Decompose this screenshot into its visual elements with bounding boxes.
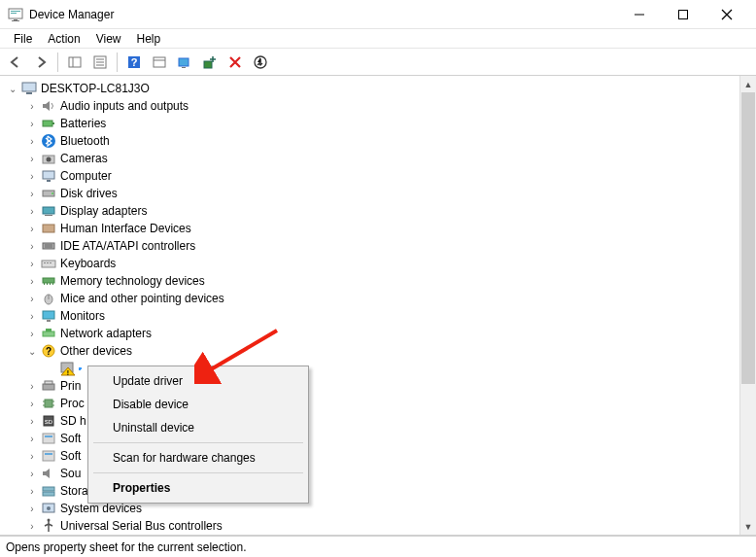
context-menu-scan-hardware[interactable]: Scan for hardware changes — [91, 446, 305, 470]
chevron-down-icon[interactable]: ⌄ — [25, 344, 39, 358]
tree-category-mice[interactable]: › Mice and other pointing devices — [4, 290, 739, 307]
svg-rect-36 — [43, 225, 54, 232]
minimize-button[interactable] — [617, 0, 661, 28]
scroll-up-arrow-icon[interactable]: ▲ — [740, 76, 756, 92]
chevron-right-icon[interactable]: › — [25, 169, 39, 183]
tree-category-bluetooth[interactable]: › Bluetooth — [4, 132, 739, 150]
tree-category-computer[interactable]: › Computer — [4, 167, 739, 185]
chevron-right-icon[interactable]: › — [25, 432, 39, 445]
menu-file[interactable]: File — [6, 30, 40, 48]
svg-point-75 — [47, 506, 51, 510]
context-menu-update-driver[interactable]: Update driver — [91, 369, 305, 393]
tree-label: Audio inputs and outputs — [60, 99, 189, 113]
chevron-right-icon[interactable]: › — [25, 134, 39, 148]
context-menu-disable-device[interactable]: Disable device — [91, 393, 305, 416]
add-legacy-button[interactable] — [198, 52, 222, 73]
svg-rect-42 — [47, 262, 49, 263]
tree-category-disk-drives[interactable]: › Disk drives — [4, 185, 739, 202]
svg-rect-52 — [47, 320, 51, 322]
svg-rect-25 — [43, 121, 52, 126]
maximize-button[interactable] — [661, 0, 704, 28]
tree-root[interactable]: ⌄ DESKTOP-LC81J3O — [4, 80, 739, 97]
svg-rect-35 — [45, 215, 52, 216]
chevron-right-icon[interactable]: › — [25, 327, 39, 340]
chevron-right-icon[interactable]: › — [25, 309, 39, 323]
tree-category-ide[interactable]: › IDE ATA/ATAPI controllers — [4, 237, 739, 255]
show-hide-tree-button[interactable] — [63, 52, 86, 73]
tree-category-network[interactable]: › Network adapters — [4, 325, 739, 342]
chevron-right-icon[interactable]: › — [25, 152, 39, 165]
svg-text:SD: SD — [45, 419, 53, 425]
uninstall-button[interactable] — [223, 52, 247, 73]
tree-category-display[interactable]: › Display adapters — [4, 202, 739, 220]
svg-rect-26 — [52, 122, 54, 124]
svg-rect-31 — [47, 180, 51, 182]
tree-label: Cameras — [60, 152, 108, 165]
tree-category-memory[interactable]: › Memory technology devices — [4, 272, 739, 290]
svg-rect-59 — [43, 384, 54, 390]
chevron-right-icon[interactable]: › — [25, 239, 39, 253]
svg-rect-72 — [43, 487, 54, 491]
svg-rect-6 — [678, 10, 687, 18]
svg-rect-73 — [43, 492, 54, 496]
tree-category-keyboards[interactable]: › Keyboards — [4, 255, 739, 272]
chevron-right-icon[interactable]: › — [25, 484, 39, 498]
chevron-right-icon[interactable]: › — [25, 467, 39, 480]
tree-label: IDE ATA/ATAPI controllers — [60, 239, 195, 253]
back-button[interactable] — [4, 52, 27, 73]
tree-label: Universal Serial Bus controllers — [60, 519, 223, 533]
close-button[interactable] — [704, 0, 748, 28]
chevron-right-icon[interactable]: › — [25, 414, 39, 428]
chevron-right-icon[interactable]: › — [25, 99, 39, 113]
properties-button[interactable] — [88, 52, 112, 73]
tree-category-batteries[interactable]: › Batteries — [4, 115, 739, 132]
chevron-right-icon[interactable]: › — [25, 187, 39, 200]
update-driver-button[interactable] — [249, 52, 272, 73]
chevron-right-icon[interactable]: › — [25, 222, 39, 235]
svg-rect-30 — [43, 171, 54, 179]
tree-category-hid[interactable]: › Human Interface Devices — [4, 220, 739, 237]
chevron-right-icon[interactable]: › — [25, 397, 39, 410]
help-button[interactable]: ? — [122, 52, 146, 73]
chevron-right-icon[interactable]: › — [25, 204, 39, 218]
tree-label: Keyboards — [60, 257, 116, 270]
tree-label: Soft — [60, 449, 81, 463]
tree-category-other-devices[interactable]: ⌄ ? Other devices — [4, 342, 739, 360]
tree-label: Other devices — [60, 344, 132, 358]
scrollbar-thumb[interactable] — [741, 92, 755, 384]
forward-button[interactable] — [29, 52, 52, 73]
chevron-right-icon[interactable]: › — [25, 502, 39, 515]
chevron-right-icon[interactable]: › — [25, 292, 39, 305]
tree-category-audio[interactable]: › Audio inputs and outputs — [4, 97, 739, 115]
svg-rect-19 — [179, 58, 189, 66]
action-button[interactable] — [148, 52, 171, 73]
memory-icon — [41, 273, 56, 289]
tree-label: Sou — [60, 467, 81, 480]
chevron-right-icon[interactable]: › — [25, 117, 39, 130]
menu-action[interactable]: Action — [40, 30, 87, 48]
tree-label: Disk drives — [60, 187, 118, 200]
vertical-scrollbar[interactable]: ▲ ▼ — [739, 76, 756, 535]
storage-icon — [41, 483, 56, 499]
svg-rect-17 — [154, 57, 165, 67]
svg-rect-69 — [45, 435, 52, 437]
scroll-down-arrow-icon[interactable]: ▼ — [740, 518, 756, 535]
window-title: Device Manager — [29, 8, 617, 21]
tree-category-monitors[interactable]: › Monitors — [4, 307, 739, 325]
tree-category-usb[interactable]: › Universal Serial Bus controllers — [4, 517, 739, 535]
menu-help[interactable]: Help — [129, 30, 169, 48]
chevron-right-icon[interactable]: › — [25, 274, 39, 288]
chevron-right-icon[interactable]: › — [25, 257, 39, 270]
tree-category-cameras[interactable]: › Cameras — [4, 150, 739, 167]
scan-hardware-button[interactable] — [173, 52, 196, 73]
svg-rect-60 — [45, 381, 52, 384]
chevron-right-icon[interactable]: › — [25, 449, 39, 463]
chevron-down-icon[interactable]: ⌄ — [6, 82, 19, 95]
chevron-right-icon[interactable]: › — [25, 519, 39, 533]
svg-rect-23 — [22, 83, 36, 91]
context-menu-properties[interactable]: Properties — [91, 476, 305, 500]
context-menu-uninstall-device[interactable]: Uninstall device — [91, 416, 305, 439]
menu-view[interactable]: View — [88, 30, 129, 48]
chevron-right-icon[interactable]: › — [25, 379, 39, 393]
context-menu-separator — [93, 472, 303, 473]
